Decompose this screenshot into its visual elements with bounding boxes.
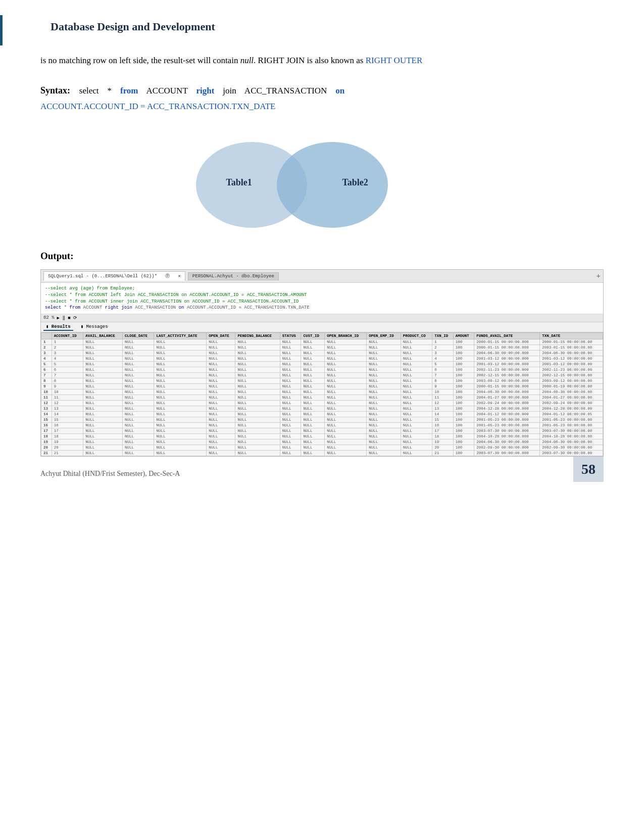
table-cell: NULL <box>325 400 367 406</box>
table-cell: NULL <box>83 389 123 395</box>
table-row: 1717NULLNULLNULLNULLNULLNULLNULLNULLNULL… <box>41 428 603 433</box>
table-cell: 2004-10-28 00:00:00.00 <box>540 433 603 439</box>
table-cell: NULL <box>123 361 154 367</box>
code-line-2: --select * from ACCOUNT left Join ACC_TR… <box>45 292 599 299</box>
table1-label: Table1 <box>226 177 252 188</box>
table-cell: NULL <box>401 433 432 439</box>
add-query-button[interactable]: + <box>597 272 601 280</box>
table-cell: NULL <box>280 422 301 428</box>
table-cell: 2002-09-30 00:00:00.000 <box>474 445 540 450</box>
table-cell: NULL <box>123 367 154 372</box>
table-cell: NULL <box>235 367 280 372</box>
table-row: 1515NULLNULLNULLNULLNULLNULLNULLNULLNULL… <box>41 417 603 422</box>
table-cell: NULL <box>235 450 280 456</box>
footer-text: Achyut Dhital (HND/Frist Semester), Dec-… <box>40 470 180 478</box>
syntax-label: Syntax: <box>40 85 77 95</box>
table-cell: NULL <box>83 406 123 411</box>
table-cell: NULL <box>367 383 401 389</box>
table-cell: NULL <box>401 445 432 450</box>
table-cell: NULL <box>325 378 367 383</box>
row-number: 13 <box>41 406 52 411</box>
table-row: 1212NULLNULLNULLNULLNULLNULLNULLNULLNULL… <box>41 400 603 406</box>
table-cell: NULL <box>207 422 235 428</box>
table-cell: 15 <box>52 417 83 422</box>
table-cell: NULL <box>235 356 280 361</box>
table-cell: NULL <box>207 345 235 350</box>
code-line-4: select * from ACCOUNT right join ACC_TRA… <box>45 305 599 311</box>
table-cell: NULL <box>207 433 235 439</box>
sql-code-area: --select avg (age) from Employee; --sele… <box>41 283 603 314</box>
table-cell: NULL <box>154 406 207 411</box>
table-cell: 14 <box>52 411 83 417</box>
code-line-3: --select * from ACCOUNT inner join ACC_T… <box>45 299 599 305</box>
row-number: 5 <box>41 361 52 367</box>
syntax-section: Syntax: select * from ACCOUNT right join… <box>40 82 604 114</box>
table-row: 55NULLNULLNULLNULLNULLNULLNULLNULLNULLNU… <box>41 361 603 367</box>
table-cell: 10 <box>432 389 454 395</box>
table-cell: NULL <box>401 350 432 356</box>
table-row: 1111NULLNULLNULLNULLNULLNULLNULLNULLNULL… <box>41 395 603 400</box>
table-cell: 13 <box>52 406 83 411</box>
table-cell: NULL <box>83 356 123 361</box>
col-avail-balance: AVAIL_BALANCE <box>83 332 123 339</box>
table-cell: NULL <box>235 400 280 406</box>
table-cell: NULL <box>280 356 301 361</box>
row-number: 1 <box>41 339 52 345</box>
table-cell: NULL <box>367 361 401 367</box>
table-cell: NULL <box>154 361 207 367</box>
table-cell: NULL <box>207 361 235 367</box>
table-cell: NULL <box>367 345 401 350</box>
table-cell: NULL <box>83 378 123 383</box>
table-cell: NULL <box>325 395 367 400</box>
table-cell: NULL <box>301 417 325 422</box>
table-cell: 4 <box>432 356 454 361</box>
col-product-co: PRODUCT_CO <box>401 332 432 339</box>
table2-label: Table2 <box>342 177 368 188</box>
table-cell: 100 <box>453 411 474 417</box>
table-cell: 2001-03-12 00:00:00.00 <box>540 356 603 361</box>
sql-toolbar: 82 % ▶ ‖ ■ ⟳ <box>41 314 603 322</box>
row-number: 3 <box>41 350 52 356</box>
table-cell: 13 <box>432 406 454 411</box>
messages-tab[interactable]: ▮ Messages <box>78 323 111 331</box>
row-number: 14 <box>41 411 52 417</box>
sql-tab-2[interactable]: PERSONAL.Achyut - dbo.Employee <box>188 272 279 280</box>
table-cell: 20 <box>432 445 454 450</box>
table-cell: NULL <box>325 411 367 417</box>
table-cell: NULL <box>207 383 235 389</box>
table-cell: 18 <box>52 433 83 439</box>
table-cell: 3 <box>52 350 83 356</box>
table-cell: 5 <box>52 361 83 367</box>
table-cell: NULL <box>235 345 280 350</box>
col-txn-id: TXN_ID <box>432 332 454 339</box>
results-tab[interactable]: ▮ Results <box>43 323 73 331</box>
table-cell: NULL <box>83 372 123 378</box>
sql-tab-1[interactable]: SQLQuery1.sql - (0...ERSONAL\Dell (62))*… <box>43 271 185 281</box>
row-number: 15 <box>41 417 52 422</box>
table-cell: NULL <box>301 428 325 433</box>
table-cell: 2000-01-15 00:00:00.000 <box>474 339 540 345</box>
table-cell: NULL <box>301 450 325 456</box>
table-cell: NULL <box>401 395 432 400</box>
col-open-date: OPEN_DATE <box>207 332 235 339</box>
table-cell: NULL <box>207 339 235 345</box>
table-cell: 15 <box>432 417 454 422</box>
table-cell: 2002-09-30 00:00:00.00 <box>540 445 603 450</box>
table-row: 1010NULLNULLNULLNULLNULLNULLNULLNULLNULL… <box>41 389 603 395</box>
table-cell: NULL <box>83 433 123 439</box>
syntax-code-1: select * from ACCOUNT right join ACC_TRA… <box>79 86 344 95</box>
table-cell: NULL <box>207 378 235 383</box>
table-cell: 100 <box>453 383 474 389</box>
table-cell: NULL <box>207 411 235 417</box>
table-cell: NULL <box>301 345 325 350</box>
table-cell: NULL <box>123 339 154 345</box>
table-cell: NULL <box>401 439 432 445</box>
table-cell: NULL <box>401 422 432 428</box>
table-cell: 2004-12-28 00:00:00.00 <box>540 406 603 411</box>
table-cell: NULL <box>207 400 235 406</box>
sql-results-area: SQLQuery1.sql - (0...ERSONAL\Dell (62))*… <box>40 269 604 456</box>
table-cell: 9 <box>52 383 83 389</box>
table-cell: 100 <box>453 372 474 378</box>
table-cell: NULL <box>325 383 367 389</box>
table-cell: 2004-06-30 00:00:00.000 <box>474 350 540 356</box>
